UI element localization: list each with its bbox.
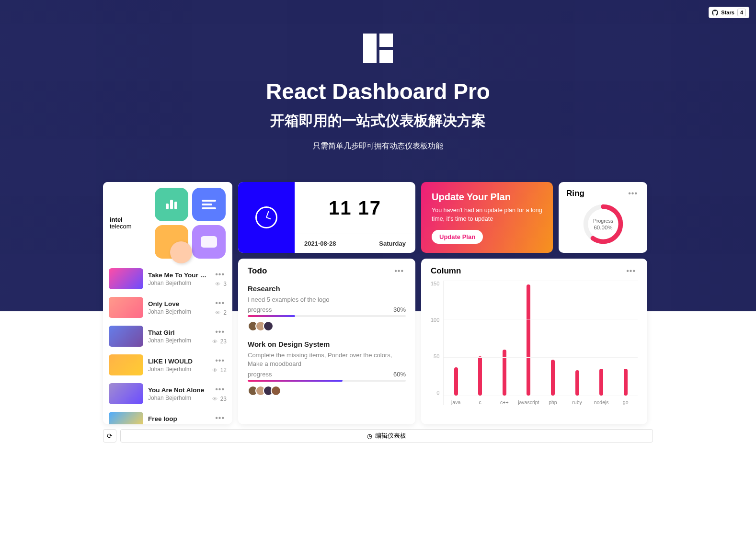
playlist-card: inteltelecom Take Me To Your Heart Johan… [103,182,232,424]
bar-go: go [615,369,636,396]
y-tick: 150 [431,281,439,286]
track-artist: Johan Bejerholm [148,423,207,425]
hero-title: React Dashboard Pro [0,79,756,104]
todo-title: Todo [248,266,267,276]
grid-line [444,319,638,319]
track-thumb [109,383,143,404]
update-body: You haven't had an update plan for a lon… [432,206,542,223]
grid-line [444,357,638,358]
track-title: Only Love [148,300,208,307]
task-percent: 60% [393,371,406,378]
touch-icon [155,225,188,259]
bar-ruby: ruby [566,370,588,396]
track-artist: Johan Bejerholm [148,395,207,401]
task-percent: 30% [393,306,406,313]
more-icon[interactable]: ••• [213,414,227,422]
track-row[interactable]: Take Me To Your Heart Johan Bejerholm ••… [103,264,232,293]
more-icon[interactable]: ••• [213,385,227,394]
hero-tagline: 只需简单几步即可拥有动态仪表板功能 [0,141,756,151]
more-icon[interactable]: ••• [626,189,640,198]
more-icon[interactable]: ••• [392,267,406,275]
ring-title: Ring [566,189,584,198]
refresh-button[interactable]: ⟳ [103,429,116,443]
track-thumb [109,297,143,318]
update-plan-button[interactable]: Update Plan [432,230,483,244]
track-title: You Are Not Alone [148,386,207,394]
clock-icon [255,206,277,228]
dashboard: inteltelecom Take Me To Your Heart Johan… [100,182,656,424]
update-title: Update Your Plan [432,192,542,203]
column-title: Column [431,266,461,276]
bar-rect [575,370,579,396]
track-views: 23 [212,396,227,402]
track-row[interactable]: You Are Not Alone Johan Bejerholm ••• 23 [103,379,232,408]
avatar [263,321,274,331]
clock-card: 11 17 2021-08-28 Saturday [238,182,415,253]
task-item: Research I need 5 examples of the logo p… [248,284,406,331]
track-row[interactable]: Free loop Johan Bejerholm ••• 36 [103,408,232,424]
avatar-group [248,386,406,396]
track-row[interactable]: LIKE I WOULD Johan Bejerholm ••• 12 [103,351,232,379]
bar-c++: c++ [494,350,515,396]
bar-javascript: javascript [518,284,539,396]
bar-label: go [623,399,629,405]
task-desc: Complete the missing items, Ponder over … [248,351,406,368]
todo-card: Todo ••• Research I need 5 examples of t… [238,259,415,424]
bar-nodejs: nodejs [591,369,612,396]
bottom-toolbar: ⟳ ◷ 编辑仪表板 [100,429,656,452]
track-artist: Johan Bejerholm [148,308,208,315]
more-icon[interactable]: ••• [624,267,638,275]
column-chart-card: Column ••• 150100500 java c c++ javascri… [421,259,647,424]
track-row[interactable]: Only Love Johan Bejerholm ••• 2 [103,293,232,322]
app-icons [155,188,226,259]
bar-label: javascript [518,399,539,405]
more-icon[interactable]: ••• [213,356,227,365]
task-desc: I need 5 examples of the logo [248,295,406,304]
more-icon[interactable]: ••• [213,299,227,307]
more-icon[interactable]: ••• [213,270,227,279]
y-tick: 100 [431,317,439,323]
clock-icon-panel [238,182,295,253]
list-icon [192,188,226,221]
track-thumb [109,354,143,375]
track-views: 2 [215,309,227,316]
track-views: 23 [212,338,227,345]
bar-java: java [445,367,467,396]
progress-bar [248,315,406,317]
svg-text:60.00%: 60.00% [594,225,612,230]
track-title: That Girl [148,329,207,336]
bar-php: php [542,360,564,396]
bar-rect [599,369,603,396]
bar-label: nodejs [594,399,609,405]
track-row[interactable]: That Girl Johan Bejerholm ••• 23 [103,322,232,351]
y-tick: 50 [431,353,439,359]
clock-day: Saturday [379,240,406,247]
bar-c: c [470,356,491,396]
bar-rect [527,284,530,396]
bar-label: php [549,399,557,405]
more-icon[interactable]: ••• [213,328,227,336]
task-title: Work on Design System [248,340,406,348]
github-stars-badge[interactable]: Stars 4 [709,7,749,18]
column-chart: 150100500 java c c++ javascript php ruby… [431,281,638,405]
avatar-group [248,321,406,331]
clock-time: 11 17 [295,182,415,234]
refresh-icon: ⟳ [107,432,113,440]
github-icon [712,10,718,16]
progress-label: progress [248,306,272,313]
progress-label: progress [248,371,272,378]
edit-dashboard-button[interactable]: ◷ 编辑仪表板 [120,429,653,443]
bar-rect [454,367,458,396]
update-plan-card: Update Your Plan You haven't had an upda… [421,182,553,253]
hero-subtitle: 开箱即用的一站式仪表板解决方案 [0,111,756,131]
track-artist: Johan Bejerholm [148,280,208,286]
card-icon [192,225,226,259]
track-artist: Johan Bejerholm [148,337,207,344]
track-views: 3 [215,281,227,287]
bar-rect [503,350,506,396]
github-stars-count: 4 [737,9,746,16]
edit-label: 编辑仪表板 [375,432,406,440]
bar-label: c++ [500,399,509,405]
bar-label: ruby [572,399,582,405]
progress-bar [248,380,406,382]
